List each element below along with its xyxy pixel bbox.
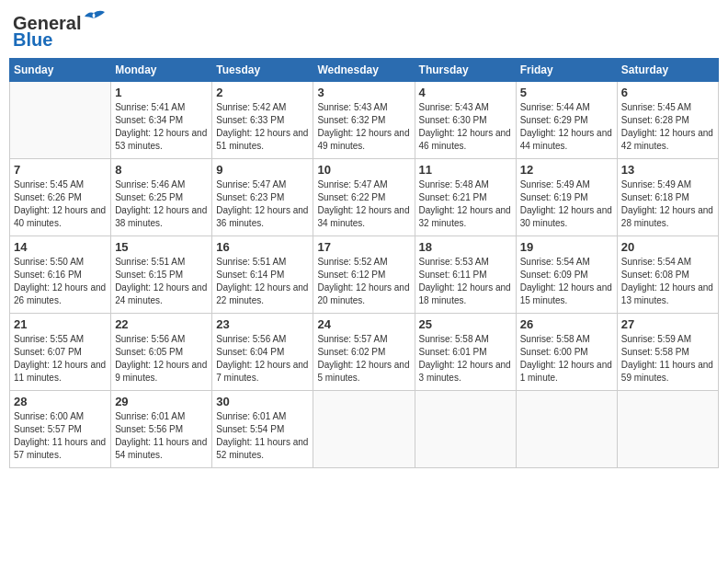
day-number: 1 <box>115 86 208 99</box>
day-info: Sunrise: 5:50 AM Sunset: 6:16 PM Dayligh… <box>14 256 107 307</box>
day-info: Sunrise: 5:46 AM Sunset: 6:25 PM Dayligh… <box>115 178 208 230</box>
day-info: Sunrise: 6:01 AM Sunset: 5:56 PM Dayligh… <box>115 410 208 462</box>
day-number: 28 <box>14 395 107 408</box>
day-cell: 12Sunrise: 5:49 AM Sunset: 6:19 PM Dayli… <box>516 159 617 236</box>
day-info: Sunrise: 5:49 AM Sunset: 6:19 PM Dayligh… <box>520 178 613 230</box>
day-info: Sunrise: 5:53 AM Sunset: 6:11 PM Dayligh… <box>419 256 512 307</box>
day-cell: 5Sunrise: 5:44 AM Sunset: 6:29 PM Daylig… <box>516 82 617 159</box>
day-number: 17 <box>317 240 410 254</box>
day-cell: 4Sunrise: 5:43 AM Sunset: 6:30 PM Daylig… <box>415 82 516 159</box>
day-cell: 18Sunrise: 5:53 AM Sunset: 6:11 PM Dayli… <box>415 236 516 314</box>
day-number: 27 <box>621 317 714 331</box>
day-cell: 15Sunrise: 5:51 AM Sunset: 6:15 PM Dayli… <box>111 236 212 314</box>
day-info: Sunrise: 5:48 AM Sunset: 6:21 PM Dayligh… <box>419 178 512 230</box>
day-info: Sunrise: 5:56 AM Sunset: 6:05 PM Dayligh… <box>115 333 208 385</box>
day-info: Sunrise: 5:55 AM Sunset: 6:07 PM Dayligh… <box>14 333 107 385</box>
day-info: Sunrise: 5:43 AM Sunset: 6:30 PM Dayligh… <box>419 101 512 153</box>
day-info: Sunrise: 5:54 AM Sunset: 6:09 PM Dayligh… <box>520 256 613 307</box>
day-info: Sunrise: 5:45 AM Sunset: 6:26 PM Dayligh… <box>14 178 107 230</box>
day-number: 14 <box>14 240 107 254</box>
day-info: Sunrise: 5:47 AM Sunset: 6:22 PM Dayligh… <box>317 178 410 230</box>
day-info: Sunrise: 5:51 AM Sunset: 6:15 PM Dayligh… <box>115 256 208 307</box>
col-header-tuesday: Tuesday <box>212 59 313 82</box>
week-row-5: 28Sunrise: 6:00 AM Sunset: 5:57 PM Dayli… <box>10 391 719 468</box>
day-number: 19 <box>520 240 613 254</box>
svg-text:Blue: Blue <box>13 29 52 50</box>
day-number: 25 <box>419 317 512 331</box>
week-row-2: 7Sunrise: 5:45 AM Sunset: 6:26 PM Daylig… <box>10 159 719 236</box>
week-row-3: 14Sunrise: 5:50 AM Sunset: 6:16 PM Dayli… <box>10 236 719 314</box>
week-row-1: 1Sunrise: 5:41 AM Sunset: 6:34 PM Daylig… <box>10 82 719 159</box>
week-row-4: 21Sunrise: 5:55 AM Sunset: 6:07 PM Dayli… <box>10 314 719 391</box>
day-number: 3 <box>317 86 410 99</box>
day-number: 6 <box>621 86 714 99</box>
col-header-saturday: Saturday <box>617 59 718 82</box>
day-cell: 26Sunrise: 5:58 AM Sunset: 6:00 PM Dayli… <box>516 314 617 391</box>
day-cell: 30Sunrise: 6:01 AM Sunset: 5:54 PM Dayli… <box>212 391 313 468</box>
day-cell: 19Sunrise: 5:54 AM Sunset: 6:09 PM Dayli… <box>516 236 617 314</box>
day-cell <box>415 391 516 468</box>
day-cell: 1Sunrise: 5:41 AM Sunset: 6:34 PM Daylig… <box>111 82 212 159</box>
day-info: Sunrise: 6:00 AM Sunset: 5:57 PM Dayligh… <box>14 410 107 462</box>
day-cell: 16Sunrise: 5:51 AM Sunset: 6:14 PM Dayli… <box>212 236 313 314</box>
day-cell <box>617 391 718 468</box>
day-cell: 28Sunrise: 6:00 AM Sunset: 5:57 PM Dayli… <box>10 391 111 468</box>
day-number: 21 <box>14 317 107 331</box>
day-number: 8 <box>115 163 208 177</box>
col-header-thursday: Thursday <box>415 59 516 82</box>
day-cell <box>313 391 415 468</box>
day-number: 24 <box>317 317 410 331</box>
day-cell <box>10 82 111 159</box>
day-info: Sunrise: 5:58 AM Sunset: 6:00 PM Dayligh… <box>520 333 613 385</box>
col-header-monday: Monday <box>111 59 212 82</box>
day-number: 23 <box>216 317 309 331</box>
day-number: 5 <box>520 86 613 99</box>
day-cell: 6Sunrise: 5:45 AM Sunset: 6:28 PM Daylig… <box>617 82 718 159</box>
day-cell: 3Sunrise: 5:43 AM Sunset: 6:32 PM Daylig… <box>313 82 415 159</box>
day-info: Sunrise: 5:45 AM Sunset: 6:28 PM Dayligh… <box>621 101 714 153</box>
day-number: 13 <box>621 163 714 177</box>
day-info: Sunrise: 5:58 AM Sunset: 6:01 PM Dayligh… <box>419 333 512 385</box>
day-info: Sunrise: 5:59 AM Sunset: 5:58 PM Dayligh… <box>621 333 714 385</box>
col-header-friday: Friday <box>516 59 617 82</box>
col-header-wednesday: Wednesday <box>313 59 415 82</box>
day-number: 20 <box>621 240 714 254</box>
day-cell: 21Sunrise: 5:55 AM Sunset: 6:07 PM Dayli… <box>10 314 111 391</box>
day-number: 11 <box>419 163 512 177</box>
day-cell: 13Sunrise: 5:49 AM Sunset: 6:18 PM Dayli… <box>617 159 718 236</box>
day-cell: 17Sunrise: 5:52 AM Sunset: 6:12 PM Dayli… <box>313 236 415 314</box>
day-info: Sunrise: 5:43 AM Sunset: 6:32 PM Dayligh… <box>317 101 410 153</box>
day-number: 29 <box>115 395 208 408</box>
day-number: 15 <box>115 240 208 254</box>
day-info: Sunrise: 6:01 AM Sunset: 5:54 PM Dayligh… <box>216 410 309 462</box>
day-cell: 23Sunrise: 5:56 AM Sunset: 6:04 PM Dayli… <box>212 314 313 391</box>
day-number: 2 <box>216 86 309 99</box>
col-header-sunday: Sunday <box>10 59 111 82</box>
day-info: Sunrise: 5:44 AM Sunset: 6:29 PM Dayligh… <box>520 101 613 153</box>
page-header: General Blue <box>9 9 719 51</box>
day-cell: 20Sunrise: 5:54 AM Sunset: 6:08 PM Dayli… <box>617 236 718 314</box>
day-info: Sunrise: 5:52 AM Sunset: 6:12 PM Dayligh… <box>317 256 410 307</box>
day-cell: 29Sunrise: 6:01 AM Sunset: 5:56 PM Dayli… <box>111 391 212 468</box>
day-info: Sunrise: 5:41 AM Sunset: 6:34 PM Dayligh… <box>115 101 208 153</box>
day-cell: 11Sunrise: 5:48 AM Sunset: 6:21 PM Dayli… <box>415 159 516 236</box>
calendar-header-row: SundayMondayTuesdayWednesdayThursdayFrid… <box>10 59 719 82</box>
day-number: 7 <box>14 163 107 177</box>
day-cell: 22Sunrise: 5:56 AM Sunset: 6:05 PM Dayli… <box>111 314 212 391</box>
day-cell: 27Sunrise: 5:59 AM Sunset: 5:58 PM Dayli… <box>617 314 718 391</box>
day-info: Sunrise: 5:42 AM Sunset: 6:33 PM Dayligh… <box>216 101 309 153</box>
day-number: 4 <box>419 86 512 99</box>
day-number: 22 <box>115 317 208 331</box>
day-cell: 24Sunrise: 5:57 AM Sunset: 6:02 PM Dayli… <box>313 314 415 391</box>
day-cell <box>516 391 617 468</box>
logo-svg: General Blue <box>13 9 114 51</box>
day-number: 9 <box>216 163 309 177</box>
day-number: 10 <box>317 163 410 177</box>
day-info: Sunrise: 5:51 AM Sunset: 6:14 PM Dayligh… <box>216 256 309 307</box>
day-info: Sunrise: 5:54 AM Sunset: 6:08 PM Dayligh… <box>621 256 714 307</box>
logo: General Blue <box>13 9 114 51</box>
day-cell: 8Sunrise: 5:46 AM Sunset: 6:25 PM Daylig… <box>111 159 212 236</box>
day-cell: 9Sunrise: 5:47 AM Sunset: 6:23 PM Daylig… <box>212 159 313 236</box>
day-cell: 7Sunrise: 5:45 AM Sunset: 6:26 PM Daylig… <box>10 159 111 236</box>
day-info: Sunrise: 5:47 AM Sunset: 6:23 PM Dayligh… <box>216 178 309 230</box>
